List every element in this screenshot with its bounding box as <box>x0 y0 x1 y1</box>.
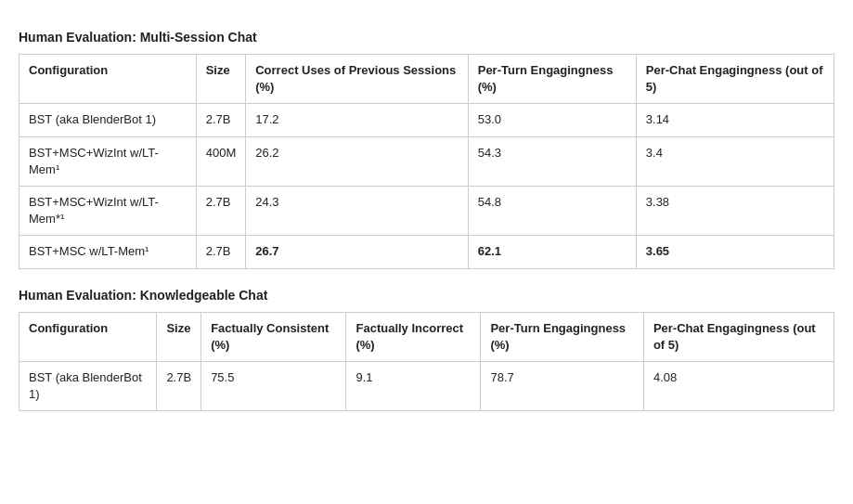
col-header-correct-uses: Correct Uses of Previous Sessions (%) <box>246 55 469 104</box>
knowledgeable-table: Configuration Size Factually Consistent … <box>19 312 834 412</box>
table-cell: BST+MSC+WizInt w/LT-Mem¹ <box>19 136 197 186</box>
table-cell: 62.1 <box>468 236 636 268</box>
section2-title: Human Evaluation: Knowledgeable Chat <box>19 288 834 303</box>
table-cell: 2.7B <box>196 104 246 136</box>
col2-header-size: Size <box>157 312 201 361</box>
table-cell: 54.8 <box>468 186 636 235</box>
table-cell: 3.38 <box>636 186 834 235</box>
table-cell: 78.7 <box>481 361 643 410</box>
col-header-per-turn: Per-Turn Engagingness (%) <box>468 55 636 104</box>
table-cell: 3.4 <box>636 136 834 186</box>
table-cell: 3.14 <box>636 104 834 136</box>
col2-header-per-chat: Per-Chat Engagingness (out of 5) <box>643 312 834 361</box>
col2-header-factually-consistent: Factually Consistent (%) <box>201 312 346 361</box>
table-cell: BST+MSC+WizInt w/LT-Mem*¹ <box>19 186 197 235</box>
table-row: BST+MSC w/LT-Mem¹2.7B26.762.13.65 <box>19 236 834 268</box>
col-header-config: Configuration <box>19 55 197 104</box>
col2-header-factually-incorrect: Factually Incorrect (%) <box>346 312 481 361</box>
table-row: BST+MSC+WizInt w/LT-Mem*¹2.7B24.354.83.3… <box>19 186 834 235</box>
col2-header-config: Configuration <box>19 312 157 361</box>
section1-title: Human Evaluation: Multi-Session Chat <box>19 30 834 45</box>
table-cell: 9.1 <box>346 361 481 410</box>
table-cell: 400M <box>196 136 246 186</box>
table-cell: 2.7B <box>196 186 246 235</box>
table-cell: 26.2 <box>246 136 469 186</box>
table-cell: 26.7 <box>246 236 469 268</box>
table-cell: BST (aka BlenderBot 1) <box>19 104 197 136</box>
table-cell: 24.3 <box>246 186 469 235</box>
col-header-per-chat: Per-Chat Engagingness (out of 5) <box>636 55 834 104</box>
multi-session-table: Configuration Size Correct Uses of Previ… <box>19 54 834 269</box>
table-row: BST (aka BlenderBot 1)2.7B75.59.178.74.0… <box>19 361 834 410</box>
table-cell: 17.2 <box>246 104 469 136</box>
table-cell: 75.5 <box>201 361 346 410</box>
col-header-size: Size <box>196 55 246 104</box>
table-row: BST (aka BlenderBot 1)2.7B17.253.03.14 <box>19 104 834 136</box>
table-row: BST+MSC+WizInt w/LT-Mem¹400M26.254.33.4 <box>19 136 834 186</box>
table-cell: 54.3 <box>468 136 636 186</box>
table-cell: 53.0 <box>468 104 636 136</box>
table-cell: 3.65 <box>636 236 834 268</box>
col2-header-per-turn: Per-Turn Engagingness (%) <box>481 312 643 361</box>
table-cell: 4.08 <box>643 361 834 410</box>
table-cell: BST+MSC w/LT-Mem¹ <box>19 236 197 268</box>
table-cell: BST (aka BlenderBot 1) <box>19 361 157 410</box>
table-cell: 2.7B <box>157 361 201 410</box>
table-cell: 2.7B <box>196 236 246 268</box>
